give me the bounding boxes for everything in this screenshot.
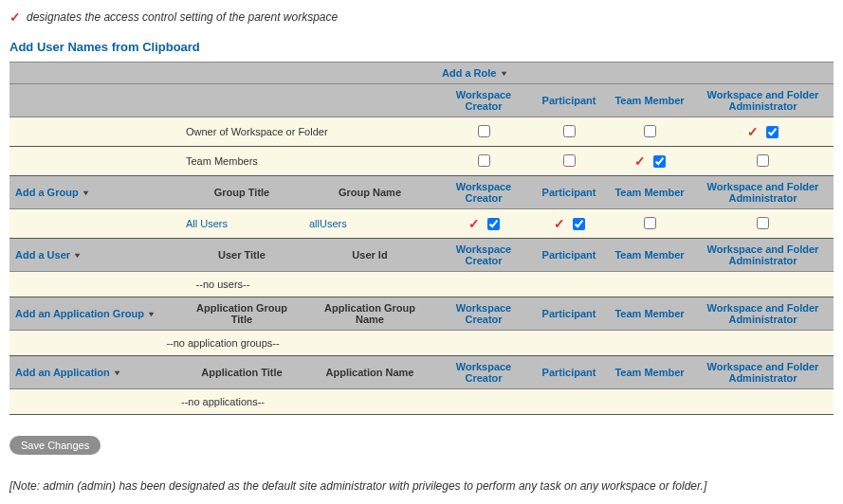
filter-icon: ▾	[83, 189, 88, 197]
role-checkbox[interactable]	[766, 126, 779, 138]
role-checkbox[interactable]	[644, 217, 656, 229]
legend-text: designates the access control setting of…	[27, 10, 338, 24]
appgroup-col-title: Application Group Title	[180, 297, 303, 331]
check-icon: ✓	[634, 153, 646, 169]
appgroup-col-name: Application Group Name	[303, 297, 436, 331]
add-appgroup-link[interactable]: Add an Application Group ▾	[15, 308, 154, 319]
role-checkbox[interactable]	[478, 125, 490, 137]
app-empty-row: --no applications--	[9, 389, 834, 415]
role-checkbox[interactable]	[487, 218, 500, 230]
role-checkbox[interactable]	[653, 155, 666, 168]
check-icon: ✓	[468, 216, 480, 231]
role-checkbox[interactable]	[478, 154, 490, 167]
check-icon: ✓	[9, 9, 21, 25]
role-checkbox[interactable]	[644, 125, 656, 137]
check-icon: ✓	[747, 124, 759, 139]
check-icon: ✓	[554, 216, 565, 231]
save-changes-button[interactable]: Save Changes	[9, 436, 101, 455]
legend-row: ✓ designates the access control setting …	[9, 9, 834, 25]
user-col-id: User Id	[303, 239, 436, 272]
role-col-team-member[interactable]: Team Member	[607, 84, 692, 117]
builtin-row: Owner of Workspace or Folder ✓	[9, 117, 834, 147]
role-col-workspace-creator[interactable]: Workspace Creator	[436, 84, 531, 117]
filter-icon: ▾	[502, 69, 506, 78]
filter-icon: ▾	[75, 251, 80, 260]
group-title-link[interactable]: All Users	[186, 218, 228, 229]
appgroup-empty-row: --no application groups--	[9, 331, 834, 356]
filter-icon: ▾	[115, 369, 119, 377]
role-checkbox[interactable]	[563, 125, 576, 137]
role-checkbox[interactable]	[757, 217, 769, 229]
app-col-title: Application Title	[180, 356, 303, 389]
user-empty-row: --no users--	[9, 272, 834, 297]
group-row: All Users allUsers ✓ ✓	[9, 209, 834, 239]
group-col-name: Group Name	[303, 176, 436, 209]
role-checkbox[interactable]	[757, 154, 769, 167]
row-title: Team Members	[180, 147, 436, 176]
footnote-text: [Note: admin (admin) has been designated…	[9, 479, 834, 493]
add-user-link[interactable]: Add a User ▾	[15, 249, 80, 261]
add-application-link[interactable]: Add an Application ▾	[15, 367, 119, 378]
role-checkbox[interactable]	[573, 218, 585, 230]
builtin-row: Team Members ✓	[9, 147, 834, 176]
role-checkbox[interactable]	[563, 154, 576, 167]
add-usernames-clipboard-link[interactable]: Add User Names from Clipboard	[9, 40, 834, 54]
access-control-table: Add a Role ▾ Workspace Creator Participa…	[9, 62, 834, 415]
user-col-title: User Title	[180, 239, 303, 272]
group-col-title: Group Title	[180, 176, 303, 209]
add-group-link[interactable]: Add a Group ▾	[15, 187, 88, 198]
add-role-link[interactable]: Add a Role ▾	[442, 67, 506, 79]
role-col-participant[interactable]: Participant	[531, 84, 607, 117]
app-col-name: Application Name	[303, 356, 436, 389]
row-title: Owner of Workspace or Folder	[180, 117, 436, 147]
filter-icon: ▾	[149, 310, 154, 318]
role-col-wfa[interactable]: Workspace and Folder Administrator	[692, 84, 834, 117]
group-name-link[interactable]: allUsers	[309, 218, 347, 229]
